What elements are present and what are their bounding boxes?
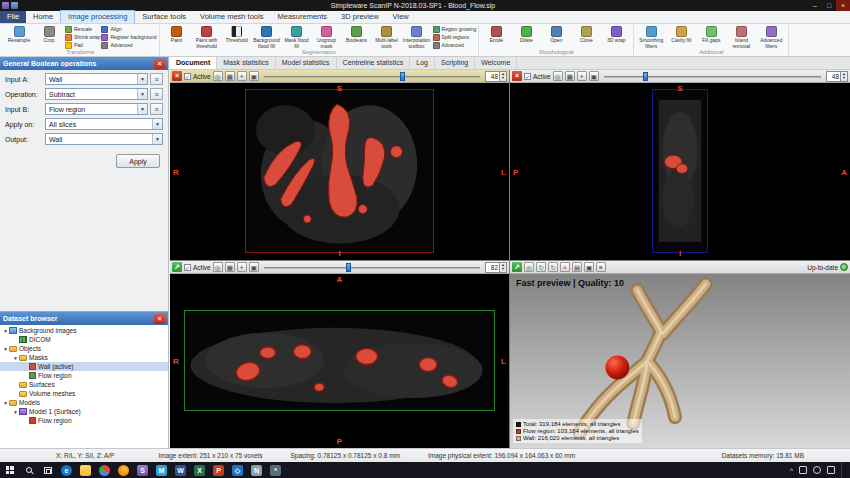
operation-list-button[interactable]: ≡ [150, 88, 163, 100]
open-button[interactable]: Open [541, 25, 571, 44]
save-icon[interactable] [11, 2, 18, 9]
zoom-icon[interactable]: + [237, 71, 247, 81]
tab-home[interactable]: Home [26, 11, 60, 23]
close-morph-button[interactable]: Close [571, 25, 601, 44]
maximize-view-icon[interactable]: ↗ [512, 262, 522, 272]
preview-3d-canvas[interactable]: Fast preview | Quality: 10 Total: 319,18… [510, 274, 850, 448]
layout-icon[interactable]: ▣ [249, 71, 259, 81]
threshold-button[interactable]: Threshold [222, 25, 252, 44]
cancel-icon[interactable]: × [560, 262, 570, 272]
tree-item-background-images[interactable]: ▼Background images [0, 326, 168, 335]
input-b-dropdown[interactable]: Flow region▼ [45, 103, 148, 115]
crosshair-icon[interactable]: ◎ [213, 262, 223, 272]
apply-button[interactable]: Apply [116, 154, 160, 168]
split-regions-button[interactable]: Split regions [433, 33, 477, 41]
taskbar-app-excel[interactable]: X [190, 462, 209, 478]
slice-spinner[interactable]: 48▲▼ [826, 71, 848, 82]
tree-item-masks[interactable]: ▼Masks [0, 353, 168, 362]
tab-file[interactable]: File [0, 11, 26, 23]
erode-button[interactable]: Erode [481, 25, 511, 44]
slice-canvas[interactable]: S P A I [510, 83, 850, 260]
panel-close-icon[interactable]: × [154, 314, 165, 324]
background-flood-fill-button[interactable]: Background flood fill [252, 25, 282, 49]
tab-log[interactable]: Log [410, 57, 435, 69]
taskbar-app-word[interactable]: W [171, 462, 190, 478]
tab-surface-tools[interactable]: Surface tools [135, 11, 193, 23]
maximize-view-icon[interactable]: ↗ [172, 262, 182, 272]
island-removal-button[interactable]: Island removal [726, 25, 756, 49]
booleans-button[interactable]: Booleans [342, 25, 372, 44]
paint-button[interactable]: Paint [162, 25, 192, 44]
measure-icon[interactable]: ≡ [596, 262, 606, 272]
tab-volume-mesh-tools[interactable]: Volume mesh tools [193, 11, 270, 23]
start-button[interactable] [0, 462, 19, 478]
smoothing-filters-button[interactable]: Smoothing filters [636, 25, 666, 49]
cavity-fill-button[interactable]: Cavity fill [666, 25, 696, 44]
interpolation-toolbox-button[interactable]: Interpolation toolbox [402, 25, 432, 49]
expand-arrow-icon[interactable]: ▼ [2, 328, 9, 334]
tree-item-surfaces[interactable]: Surfaces [0, 380, 168, 389]
taskbar-app-chrome[interactable] [95, 462, 114, 478]
grid-icon[interactable]: ▦ [565, 71, 575, 81]
crosshair-icon[interactable]: ◎ [213, 71, 223, 81]
save-icon[interactable]: ▤ [572, 262, 582, 272]
fill-gaps-button[interactable]: Fill gaps [696, 25, 726, 44]
advanced-filters-button[interactable]: Advanced filters [756, 25, 786, 49]
active-checkbox[interactable]: ✓ [524, 73, 531, 80]
taskbar-app-notepad[interactable]: N [247, 462, 266, 478]
taskbar-app-mail[interactable]: M [152, 462, 171, 478]
apply-on-dropdown[interactable]: All slices▼ [45, 118, 163, 130]
volume-icon[interactable] [813, 466, 821, 474]
unpin-view-icon[interactable]: × [512, 71, 522, 81]
expand-arrow-icon[interactable]: ▼ [2, 346, 9, 352]
rescale-button[interactable]: Rescale [65, 25, 100, 33]
active-checkbox[interactable]: ✓ [184, 264, 191, 271]
shrink-wrap-button[interactable]: Shrink wrap [65, 33, 100, 41]
tab-view[interactable]: View [386, 11, 416, 23]
app-icon[interactable] [2, 2, 9, 9]
network-icon[interactable] [799, 466, 807, 474]
slice-spinner[interactable]: 48▲▼ [485, 71, 507, 82]
notification-icon[interactable] [827, 466, 835, 474]
unpin-view-icon[interactable]: × [172, 71, 182, 81]
input-a-list-button[interactable]: ≡ [150, 73, 163, 85]
tree-item-dicom[interactable]: DICOM [0, 335, 168, 344]
advanced-segmentation-button[interactable]: Advanced [433, 41, 477, 49]
tab-centreline-statistics[interactable]: Centreline statistics [337, 57, 411, 69]
paint-with-threshold-button[interactable]: Paint with threshold [192, 25, 222, 49]
output-dropdown[interactable]: Wall▼ [45, 133, 163, 145]
tab-document[interactable]: Document [170, 57, 217, 69]
active-checkbox[interactable]: ✓ [184, 73, 191, 80]
refresh-icon[interactable]: ↻ [536, 262, 546, 272]
tab-3d-preview[interactable]: 3D preview [334, 11, 386, 23]
slice-spinner[interactable]: 82▲▼ [485, 262, 507, 273]
dilate-button[interactable]: Dilate [511, 25, 541, 44]
grid-icon[interactable]: ▦ [225, 262, 235, 272]
tree-item-flow-region[interactable]: Flow region [0, 371, 168, 380]
3d-wrap-button[interactable]: 3D wrap [601, 25, 631, 44]
slice-canvas[interactable]: S R L I [170, 83, 509, 260]
tab-image-processing[interactable]: Image processing [60, 10, 135, 23]
zoom-icon[interactable]: + [237, 262, 247, 272]
tab-model-statistics[interactable]: Model statistics [276, 57, 337, 69]
show-desktop-button[interactable] [841, 462, 844, 478]
tab-welcome[interactable]: Welcome [475, 57, 517, 69]
rebuild-icon[interactable]: ↻ [548, 262, 558, 272]
tree-item-model-1-surface[interactable]: ▼Model 1 (Surface) [0, 407, 168, 416]
slider-thumb[interactable] [400, 72, 405, 81]
pad-button[interactable]: Pad [65, 41, 100, 49]
slice-slider[interactable] [264, 263, 480, 272]
copy-icon[interactable]: ▣ [584, 262, 594, 272]
taskbar-app-firefox[interactable] [114, 462, 133, 478]
tree-item-models[interactable]: ▼Models [0, 398, 168, 407]
input-a-dropdown[interactable]: Wall▼ [45, 73, 148, 85]
align-button[interactable]: Align [101, 25, 156, 33]
advanced-transforms-button[interactable]: Advanced [101, 41, 156, 49]
layout-icon[interactable]: ▣ [249, 262, 259, 272]
taskbar-app-edge[interactable]: e [57, 462, 76, 478]
taskbar-app-settings[interactable]: * [266, 462, 285, 478]
tree-item-wall-active[interactable]: Wall (active) [0, 362, 168, 371]
tree-item-objects[interactable]: ▼Objects [0, 344, 168, 353]
expand-arrow-icon[interactable]: ▼ [12, 355, 19, 361]
tray-expand-icon[interactable]: ^ [790, 467, 793, 474]
